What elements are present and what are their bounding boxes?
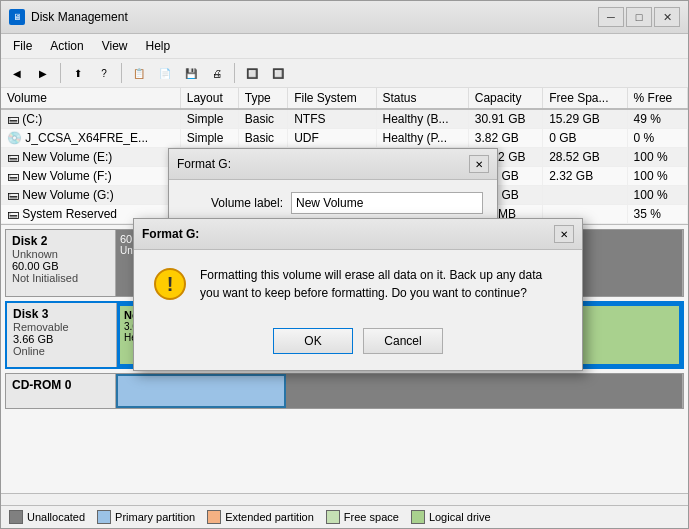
volume-table-wrapper[interactable]: Volume Layout Type File System Status Ca… [1, 88, 688, 225]
cell-status [376, 205, 468, 224]
cdrom-partition-2[interactable] [286, 374, 683, 408]
cell-type [238, 205, 287, 224]
help-button[interactable]: ? [92, 62, 116, 84]
cell-free [543, 186, 627, 205]
close-button[interactable]: ✕ [654, 7, 680, 27]
disk2-size: 60.00 GB [12, 260, 109, 272]
toolbar: ◀ ▶ ⬆ ? 📋 📄 💾 🖨 🔲 🔲 [1, 59, 688, 88]
back-button[interactable]: ◀ [5, 62, 29, 84]
maximize-button[interactable]: □ [626, 7, 652, 27]
legend-logical-label: Logical drive [429, 511, 491, 523]
disk2-unallocated[interactable]: 60 GB Unallocated [116, 230, 683, 296]
disk2-type: Unknown [12, 248, 109, 260]
minimize-button[interactable]: ─ [598, 7, 624, 27]
cell-pct: 100 % [627, 167, 687, 186]
toolbar-btn-4[interactable]: 🖨 [205, 62, 229, 84]
cell-capacity: 2.32 GB [468, 167, 542, 186]
title-controls: ─ □ ✕ [598, 7, 680, 27]
title-bar: 🖥 Disk Management ─ □ ✕ [1, 1, 688, 34]
col-capacity: Capacity [468, 88, 542, 109]
cell-free: 2.32 GB [543, 167, 627, 186]
cell-fs [288, 205, 376, 224]
toolbar-btn-5[interactable]: 🔲 [240, 62, 264, 84]
cell-capacity: 175 MB [468, 205, 542, 224]
col-type: Type [238, 88, 287, 109]
menu-action[interactable]: Action [42, 36, 91, 56]
disk3-label: Disk 3 Removable 3.66 GB Online [7, 303, 117, 367]
legend-unallocated-box [9, 510, 23, 524]
menu-view[interactable]: View [94, 36, 136, 56]
legend-extended-box [207, 510, 221, 524]
cell-fs: NTFS [288, 167, 376, 186]
legend: Unallocated Primary partition Extended p… [1, 505, 688, 528]
horizontal-scrollbar[interactable] [1, 493, 688, 505]
cell-type: Basic [238, 109, 287, 129]
cell-fs: NTFS [288, 148, 376, 167]
cell-free: 0 GB [543, 129, 627, 148]
cell-pct: 0 % [627, 129, 687, 148]
cell-status [376, 186, 468, 205]
up-button[interactable]: ⬆ [66, 62, 90, 84]
cdrom-label: CD-ROM 0 [6, 374, 116, 408]
cell-status: Healthy (P... [376, 167, 468, 186]
disk3-name: Disk 3 [13, 307, 110, 321]
disk2-status: Not Initialised [12, 272, 109, 284]
cell-layout: Simple [180, 205, 238, 224]
cell-layout: Simple [180, 109, 238, 129]
cell-pct: 100 % [627, 186, 687, 205]
table-row[interactable]: 🖴 New Volume (F:) Simple Basic NTFS Heal… [1, 167, 688, 186]
cell-free: 28.52 GB [543, 148, 627, 167]
cell-layout: Simple [180, 167, 238, 186]
toolbar-btn-3[interactable]: 💾 [179, 62, 203, 84]
toolbar-separator-3 [234, 63, 235, 83]
legend-logical: Logical drive [411, 510, 491, 524]
toolbar-btn-6[interactable]: 🔲 [266, 62, 290, 84]
col-fs: File System [288, 88, 376, 109]
cell-layout: Simple [180, 186, 238, 205]
cell-layout: Simple [180, 148, 238, 167]
cell-type: Basic [238, 167, 287, 186]
disk-row-disk3: Disk 3 Removable 3.66 GB Online New Volu… [5, 301, 684, 369]
legend-unallocated: Unallocated [9, 510, 85, 524]
disk2-partitions: 60 GB Unallocated [116, 230, 683, 296]
cell-fs: UDF [288, 129, 376, 148]
col-layout: Layout [180, 88, 238, 109]
cell-volume: 🖴 New Volume (G:) [1, 186, 180, 205]
disk3-size: 3.66 GB [13, 333, 110, 345]
content-area: Volume Layout Type File System Status Ca… [1, 88, 688, 528]
cdrom-partition-1[interactable] [116, 374, 286, 408]
disk3-type: Removable [13, 321, 110, 333]
disk-panes: Disk 2 Unknown 60.00 GB Not Initialised … [1, 225, 688, 493]
disk-row-disk2: Disk 2 Unknown 60.00 GB Not Initialised … [5, 229, 684, 297]
disk3-logical-partition[interactable]: New Volume (G:) 3.65 GB NTFS Healthy (Lo… [117, 303, 682, 367]
legend-primary-box [97, 510, 111, 524]
title-bar-left: 🖥 Disk Management [9, 9, 128, 25]
table-row[interactable]: 🖴 New Volume (E:) Simple Basic NTFS Heal… [1, 148, 688, 167]
table-row[interactable]: 🖴 New Volume (G:) Simple 3.63 GB 100 % [1, 186, 688, 205]
disk2-unalloc-type: Unallocated [120, 245, 678, 256]
menu-file[interactable]: File [5, 36, 40, 56]
cell-volume: 🖴 New Volume (F:) [1, 167, 180, 186]
disk3-vol-status: Healthy (Logical Drive) [124, 332, 675, 343]
forward-button[interactable]: ▶ [31, 62, 55, 84]
toolbar-btn-1[interactable]: 📋 [127, 62, 151, 84]
cell-fs [288, 186, 376, 205]
main-window: 🖥 Disk Management ─ □ ✕ File Action View… [0, 0, 689, 529]
col-volume: Volume [1, 88, 180, 109]
legend-freespace-label: Free space [344, 511, 399, 523]
table-row[interactable]: 🖴 System Reserved Simple 175 MB 35 % [1, 205, 688, 224]
cell-capacity: 3.82 GB [468, 129, 542, 148]
table-row[interactable]: 💿 J_CCSA_X64FRE_E... Simple Basic UDF He… [1, 129, 688, 148]
toolbar-btn-2[interactable]: 📄 [153, 62, 177, 84]
col-free: Free Spa... [543, 88, 627, 109]
cell-free [543, 205, 627, 224]
toolbar-separator-1 [60, 63, 61, 83]
menu-help[interactable]: Help [138, 36, 179, 56]
cell-type: Basic [238, 148, 287, 167]
cell-fs: NTFS [288, 109, 376, 129]
table-row[interactable]: 🖴 (C:) Simple Basic NTFS Healthy (B... 3… [1, 109, 688, 129]
cell-type [238, 186, 287, 205]
disk3-partitions: New Volume (G:) 3.65 GB NTFS Healthy (Lo… [117, 303, 682, 367]
window-title: Disk Management [31, 10, 128, 24]
legend-unallocated-label: Unallocated [27, 511, 85, 523]
